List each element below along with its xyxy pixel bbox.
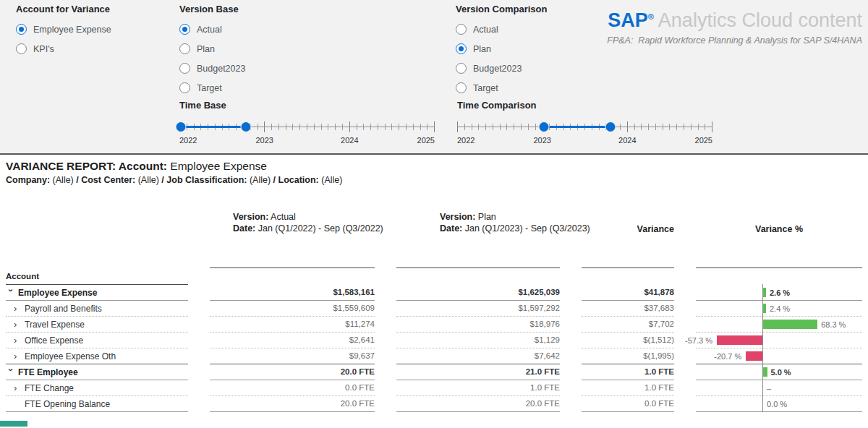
bottom-left-accent: [0, 421, 27, 427]
slider-handle-right[interactable]: [241, 122, 250, 132]
account-label-row: Account: [6, 268, 862, 285]
slicer-label: Cost Center:: [81, 175, 135, 185]
expand-icon[interactable]: ›: [14, 351, 21, 361]
table-row-employee-expense[interactable]: ›Employee Expense$1,583,161$1,625,039$41…: [6, 285, 862, 301]
date-value: Jan (Q1/2023) - Sep (Q3/2023): [462, 223, 590, 234]
radio-unselected-icon[interactable]: [179, 82, 190, 93]
variance-value-cell: 1.0 FTE: [582, 380, 674, 396]
variance-pct-label: -57.3 %: [685, 333, 712, 348]
slicer-separator: /: [74, 175, 81, 185]
slider-year-labels: 2022202320242025: [179, 136, 435, 146]
variance-pct-cell: -20.7 %: [696, 348, 862, 364]
variance-bar: [746, 351, 762, 361]
account-name: Employee Expense: [18, 288, 97, 298]
slider-handle-left[interactable]: [540, 122, 549, 132]
radio-option-plan[interactable]: Plan: [456, 43, 547, 55]
version-comparison-title: Version Comparison: [456, 4, 547, 16]
chevron-spacer: [14, 399, 21, 408]
table-row-fte-opening-balance[interactable]: FTE Opening Balance20.0 FTE20.0 FTE0.0 F…: [6, 396, 862, 412]
collapse-icon[interactable]: ›: [7, 369, 16, 376]
time-comparison-group: Time Comparison 2022202320242025: [457, 100, 712, 146]
account-cell: ›Payroll and Benefits: [6, 301, 188, 317]
actual-value-cell: 20.0 FTE: [210, 364, 375, 380]
year-label: 2024: [618, 136, 636, 145]
variance-pct-cell: –: [696, 380, 862, 396]
plan-value-cell: $1,597,292: [396, 301, 560, 317]
year-label: 2024: [341, 136, 358, 145]
radio-option-actual[interactable]: Actual: [179, 23, 245, 35]
expand-icon[interactable]: ›: [14, 320, 21, 329]
time-comparison-slider[interactable]: 2022202320242025: [457, 121, 712, 146]
slider-track[interactable]: [179, 121, 435, 132]
actual-value-cell: $1,583,161: [210, 285, 375, 301]
collapse-icon[interactable]: ›: [7, 289, 16, 296]
slicer-value: (Alle): [247, 175, 271, 185]
variance-value-cell: $7,702: [582, 317, 674, 333]
account-name: Travel Expense: [25, 320, 85, 330]
account-for-variance-options: Employee ExpenseKPI's: [16, 23, 111, 55]
time-base-slider[interactable]: 2022202320242025: [179, 121, 435, 146]
variance-bar: [763, 304, 766, 313]
table-row-fte-change[interactable]: ›FTE Change0.0 FTE1.0 FTE1.0 FTE–: [6, 380, 862, 396]
actual-value-cell: $9,637: [210, 348, 375, 364]
radio-unselected-icon[interactable]: [456, 82, 467, 93]
expand-icon[interactable]: ›: [14, 335, 21, 345]
radio-selected-icon[interactable]: [456, 43, 467, 54]
variance-report: VARIANCE REPORT: Account: Employee Expen…: [0, 153, 868, 427]
slider-track[interactable]: [457, 121, 712, 132]
radio-option-target[interactable]: Target: [179, 82, 245, 94]
expand-icon[interactable]: ›: [14, 383, 21, 393]
radio-label: KPI's: [33, 44, 54, 54]
table-row-office-expense[interactable]: ›Office Expense$2,641$1,129$(1,512)-57.3…: [6, 333, 862, 348]
radio-label: Plan: [473, 44, 491, 54]
date-key: Date:: [440, 223, 462, 234]
version-base-options: ActualPlanBudget2023Target: [179, 23, 245, 94]
radio-option-budget2023[interactable]: Budget2023: [179, 62, 245, 74]
radio-selected-icon[interactable]: [179, 24, 190, 35]
account-cell: ›FTE Employee: [6, 364, 188, 380]
radio-option-target[interactable]: Target: [456, 82, 547, 94]
variance-pct-label: 2.4 %: [770, 301, 790, 317]
slicer-label: Location:: [278, 175, 319, 185]
table-row-travel-expense[interactable]: ›Travel Expense$11,274$18,976$7,70268.3 …: [6, 317, 862, 333]
table-row-employee-expense-oth[interactable]: ›Employee Expense Oth$9,637$7,642$(1,995…: [6, 348, 862, 364]
slicer-value: (Alle): [50, 175, 74, 185]
slicer-label: Job Classification:: [166, 175, 247, 185]
radio-unselected-icon[interactable]: [179, 63, 190, 74]
report-title: VARIANCE REPORT: Account: Employee Expen…: [6, 159, 862, 173]
radio-label: Actual: [473, 25, 498, 35]
radio-option-budget2023[interactable]: Budget2023: [456, 62, 547, 74]
table-row-fte-employee[interactable]: ›FTE Employee20.0 FTE21.0 FTE1.0 FTE5.0 …: [6, 364, 862, 380]
slider-handle-left[interactable]: [176, 122, 185, 132]
plan-version-line: Version: Plan: [440, 211, 560, 223]
variance-bar: [763, 288, 766, 297]
variance-pct-cell: -57.3 %: [696, 333, 862, 348]
table-body: ›Employee Expense$1,583,161$1,625,039$41…: [6, 285, 862, 412]
slider-handle-right[interactable]: [605, 122, 615, 132]
radio-unselected-icon[interactable]: [16, 43, 27, 54]
radio-unselected-icon[interactable]: [456, 63, 467, 74]
radio-option-plan[interactable]: Plan: [179, 43, 245, 55]
table-row-payroll-and-benefits[interactable]: ›Payroll and Benefits$1,559,609$1,597,29…: [6, 301, 862, 317]
radio-option-employee-expense[interactable]: Employee Expense: [16, 23, 111, 35]
slicer-label: Company:: [6, 175, 50, 185]
variance-value-cell: $(1,512): [582, 333, 674, 348]
expand-icon[interactable]: ›: [14, 304, 21, 313]
variance-pct-label: –: [767, 380, 771, 396]
radio-option-actual[interactable]: Actual: [456, 23, 547, 35]
plan-value-cell: 21.0 FTE: [396, 364, 560, 380]
version-base-title: Version Base: [179, 4, 245, 16]
radio-option-kpi-s[interactable]: KPI's: [16, 43, 111, 55]
radio-selected-icon[interactable]: [16, 24, 27, 35]
radio-label: Plan: [197, 44, 215, 54]
slider-selected-range: [181, 126, 246, 128]
plan-date-line: Date: Jan (Q1/2023) - Sep (Q3/2023): [440, 223, 560, 234]
plan-value-cell: $1,129: [396, 333, 560, 348]
radio-unselected-icon[interactable]: [456, 24, 467, 35]
year-label: 2023: [255, 136, 273, 145]
year-label: 2025: [417, 136, 435, 145]
radio-unselected-icon[interactable]: [179, 43, 190, 54]
variance-pct-cell: 2.4 %: [696, 301, 862, 317]
account-for-variance-group: Account for Variance Employee ExpenseKPI…: [16, 4, 111, 55]
variance-pct-cell: 0.0 %: [696, 396, 862, 412]
